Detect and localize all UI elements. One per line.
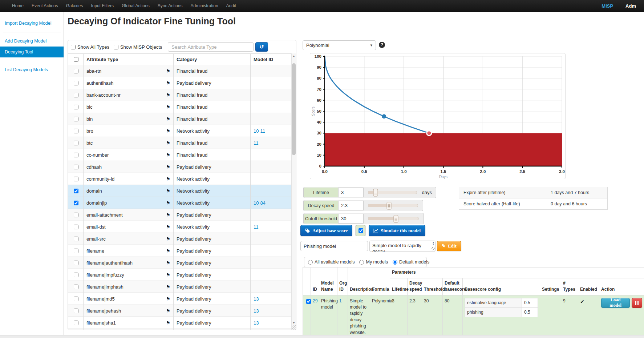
model-id-link-84[interactable]: 84 [260,200,265,206]
attribute-row-checkbox[interactable] [74,225,78,229]
radio-my-models[interactable] [359,260,364,265]
attribute-row-checkbox[interactable] [74,177,78,181]
attribute-row-email-dst[interactable]: ⚑email-dstNetwork activity11 [68,221,292,233]
decay-speed-input[interactable] [338,201,364,210]
attribute-row-filename[interactable]: ⚑filenamePayload delivery [68,245,292,257]
cutoff-threshold-slider[interactable] [368,217,419,220]
lifetime-slider[interactable] [368,191,417,194]
adjust-base-score-button[interactable]: Adjust base score [300,225,352,236]
radio-default-models[interactable] [393,260,397,265]
attribute-row-checkbox[interactable] [74,261,78,265]
attribute-row-filename-md5[interactable]: ⚑filename|md5Payload delivery13 [68,293,292,305]
decay-speed-slider-handle[interactable] [387,202,392,209]
attribute-row-filename-sha1[interactable]: ⚑filename|sha1Payload delivery13 [68,317,292,329]
attribute-row-checkbox[interactable] [74,93,78,97]
attribute-row-email-src[interactable]: ⚑email-srcPayload delivery [68,233,292,245]
model-id-link-10[interactable]: 10 [254,200,259,206]
nav-item-sync-actions[interactable]: Sync Actions [154,0,187,12]
attribute-row-checkbox[interactable] [74,285,78,289]
model-row[interactable]: 29 Phishing model 1 Simple model to rapi… [303,295,644,338]
panel-resize-grip[interactable] [292,325,296,330]
attribute-row-community-id[interactable]: ⚑community-idNetwork activity [68,173,292,185]
nav-item-home[interactable]: Home [8,0,28,12]
nav-item-global-actions[interactable]: Global Actions [118,0,154,12]
attribute-row-checkbox[interactable] [74,117,78,121]
attribute-row-checkbox[interactable] [74,69,78,73]
attribute-row-checkbox[interactable] [74,309,78,313]
attribute-row-authentihash[interactable]: ⚑authentihashPayload delivery [68,77,292,89]
navbar-user-menu[interactable]: Adm [625,3,636,9]
model-filter-option-default-models[interactable]: Default models [393,259,429,265]
textarea-spinner[interactable]: ▲▼ [432,242,434,245]
attribute-row-domain[interactable]: ⚑domainNetwork activity [68,185,292,197]
formula-select[interactable]: Polynomial ▾ [303,40,376,50]
scroll-up-icon[interactable]: ▲ [292,54,296,59]
model-name-input[interactable] [300,241,368,251]
adjust-base-score-checkbox[interactable] [359,228,363,233]
attribute-row-filename-pehash[interactable]: ⚑filename|pehashPayload delivery13 [68,305,292,317]
simulate-model-button[interactable]: Simulate this model [369,225,425,236]
refresh-button[interactable]: ↺ [255,42,268,52]
org-id-link[interactable]: 1 [339,298,342,303]
attribute-row-btc[interactable]: ⚑btcFinancial fraud11 [68,137,292,149]
scroll-down-icon[interactable]: ▼ [292,321,296,326]
model-row-checkbox[interactable] [306,299,311,304]
sidebar-item-add-decaying-model[interactable]: Add Decaying Model [0,36,64,47]
search-attribute-type-input[interactable] [168,42,254,52]
attribute-row-checkbox[interactable] [74,213,78,217]
model-id-link-11[interactable]: 11 [254,140,259,146]
attribute-row-email-attachment[interactable]: ⚑email-attachmentPayload delivery [68,209,292,221]
disable-model-button[interactable] [632,298,642,308]
show-misp-objects-checkbox[interactable] [114,45,118,49]
attribute-row-bank-account-nr[interactable]: ⚑bank-account-nrFinancial fraud [68,89,292,101]
cutoff-dot[interactable] [427,131,432,136]
attribute-row-checkbox[interactable] [74,105,78,109]
model-filter-option-all-available-models[interactable]: All available models [308,259,355,265]
model-id-link[interactable]: 29 [313,298,317,303]
attribute-row-checkbox[interactable] [74,249,78,253]
show-all-types-checkbox-label[interactable]: Show All Types [71,44,109,50]
lifetime-input[interactable] [338,188,364,197]
attribute-row-checkbox[interactable] [74,81,78,85]
attribute-row-filename-impfuzzy[interactable]: ⚑filename|impfuzzyPayload delivery [68,269,292,281]
attribute-row-checkbox[interactable] [74,189,78,193]
load-model-button[interactable]: Load model [601,298,630,308]
attribute-row-bic[interactable]: ⚑bicFinancial fraud [68,101,292,113]
attribute-row-checkbox[interactable] [74,165,78,169]
model-description-textarea[interactable]: Simple model to rapidly decay [369,241,436,252]
attribute-row-checkbox[interactable] [74,201,78,205]
sidebar-item-decaying-tool[interactable]: Decaying Tool [0,47,64,57]
misp-brand[interactable]: MISP [602,3,613,9]
sidebar-item-list-decaying-models[interactable]: List Decaying Models [0,64,64,75]
attribute-row-bin[interactable]: ⚑binFinancial fraud [68,113,292,125]
decay-speed-slider[interactable] [368,204,418,207]
attribute-row-checkbox[interactable] [74,237,78,241]
current-score-dot[interactable] [382,114,386,118]
nav-item-administration[interactable]: Administration [187,0,222,12]
attribute-row-checkbox[interactable] [74,273,78,277]
model-filter-option-my-models[interactable]: My models [359,259,388,265]
model-id-link-13[interactable]: 13 [254,320,259,326]
attribute-row-cc-number[interactable]: ⚑cc-numberFinancial fraud [68,149,292,161]
attribute-row-aba-rtn[interactable]: ⚑aba-rtnFinancial fraud [68,65,292,77]
cutoff-threshold-input[interactable] [338,214,364,224]
sidebar-item-import-decaying-model[interactable]: Import Decaying Model [0,18,64,29]
attribute-row-cdhash[interactable]: ⚑cdhashPayload delivery [68,161,292,173]
radio-all-available-models[interactable] [308,260,313,265]
model-id-link-13[interactable]: 13 [254,296,259,302]
model-id-link-13[interactable]: 13 [254,308,259,314]
show-all-types-checkbox[interactable] [71,45,76,49]
attribute-row-bro[interactable]: ⚑broNetwork activity1011 [68,125,292,137]
nav-item-input-filters[interactable]: Input Filters [87,0,118,12]
nav-item-galaxies[interactable]: Galaxies [62,0,87,12]
attribute-row-checkbox[interactable] [74,153,78,157]
attribute-row-domain-ip[interactable]: ⚑domain|ipNetwork activity1084 [68,197,292,209]
attribute-row-checkbox[interactable] [74,321,78,325]
edit-model-button[interactable]: ✎ Edit [437,241,461,251]
scrollbar-thumb[interactable] [292,63,296,155]
nav-item-audit[interactable]: Audit [222,0,240,12]
attribute-row-checkbox[interactable] [74,297,78,301]
textarea-resize-grip[interactable] [432,247,435,250]
show-misp-objects-checkbox-label[interactable]: Show MISP Objects [114,44,162,50]
model-id-link-11[interactable]: 11 [260,128,265,134]
